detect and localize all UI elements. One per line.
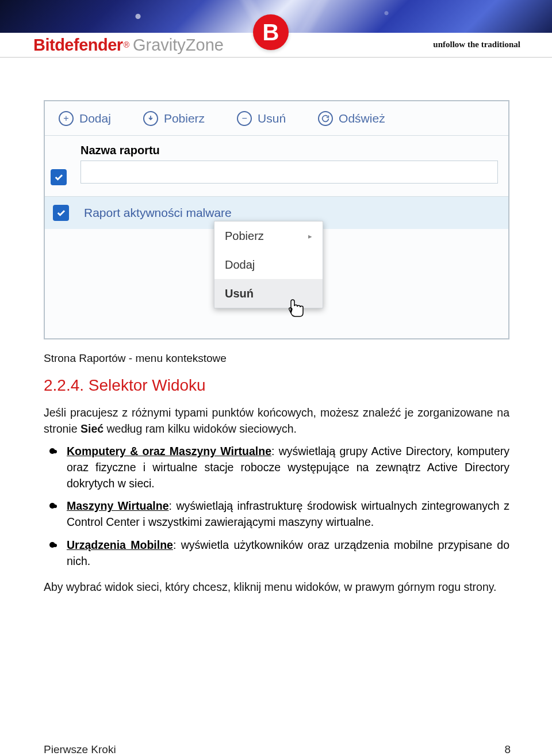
header-divider xyxy=(0,57,552,58)
refresh-icon xyxy=(318,111,333,126)
page-footer: Pierwsze Kroki 8 xyxy=(44,743,511,756)
section-heading: 2.2.4. Selektor Widoku xyxy=(44,376,509,395)
add-label: Dodaj xyxy=(79,112,111,125)
minus-icon: − xyxy=(237,111,252,126)
download-icon xyxy=(143,111,158,126)
product-name: GravityZone xyxy=(133,36,224,55)
footer-title: Pierwsze Kroki xyxy=(44,743,116,756)
ctx-remove[interactable]: Usuń xyxy=(214,279,323,308)
toolbar: + Dodaj Pobierz − Usuń Odśwież xyxy=(45,101,508,136)
remove-label: Usuń xyxy=(258,112,286,125)
brand-name: Bitdefender xyxy=(33,36,123,55)
ctx-add[interactable]: Dodaj xyxy=(214,250,323,279)
context-menu: Pobierz ▸ Dodaj Usuń xyxy=(214,221,323,308)
list-item: Urządzenia Mobilne: wyświetla użytkownik… xyxy=(64,537,509,569)
refresh-label: Odśwież xyxy=(339,112,385,125)
remove-button[interactable]: − Usuń xyxy=(237,111,286,126)
column-header-name: Nazwa raportu xyxy=(80,144,498,157)
registered-mark: ® xyxy=(124,40,129,49)
list-item: Maszyny Wirtualne: wyświetlają infrastru… xyxy=(64,498,509,530)
pointer-cursor-icon xyxy=(286,296,306,323)
table-header-row: Nazwa raportu xyxy=(45,136,508,197)
filter-input[interactable] xyxy=(80,161,498,184)
intro-paragraph: Jeśli pracujesz z różnymi typami punktów… xyxy=(44,405,509,437)
download-button[interactable]: Pobierz xyxy=(143,111,205,126)
plus-icon: + xyxy=(59,111,74,126)
brand-bar: Bitdefender® GravityZone B unfollow the … xyxy=(0,33,552,57)
row-checkbox[interactable] xyxy=(53,205,69,221)
row-name-cell: Raport aktywności malware xyxy=(84,206,232,220)
ctx-download[interactable]: Pobierz ▸ xyxy=(214,222,323,250)
screenshot-caption: Strona Raportów - menu kontekstowe xyxy=(44,352,509,365)
ctx-add-label: Dodaj xyxy=(225,258,255,272)
ctx-remove-label: Usuń xyxy=(225,287,254,300)
page-number: 8 xyxy=(504,743,511,756)
tagline: unfollow the traditional xyxy=(433,40,520,49)
ctx-download-label: Pobierz xyxy=(225,230,264,243)
brand-logo-icon: B xyxy=(253,14,289,50)
list-item: Komputery & oraz Maszyny Wirtualne: wyśw… xyxy=(64,444,509,491)
refresh-button[interactable]: Odśwież xyxy=(318,111,385,126)
outro-paragraph: Aby wybrać widok sieci, który chcesz, kl… xyxy=(44,579,509,595)
add-button[interactable]: + Dodaj xyxy=(59,111,111,126)
reports-screenshot: + Dodaj Pobierz − Usuń Odśwież xyxy=(44,100,509,339)
bullet-list: Komputery & oraz Maszyny Wirtualne: wyśw… xyxy=(44,444,509,569)
select-all-checkbox[interactable] xyxy=(51,169,67,185)
download-label: Pobierz xyxy=(164,112,205,125)
chevron-right-icon: ▸ xyxy=(308,232,312,240)
